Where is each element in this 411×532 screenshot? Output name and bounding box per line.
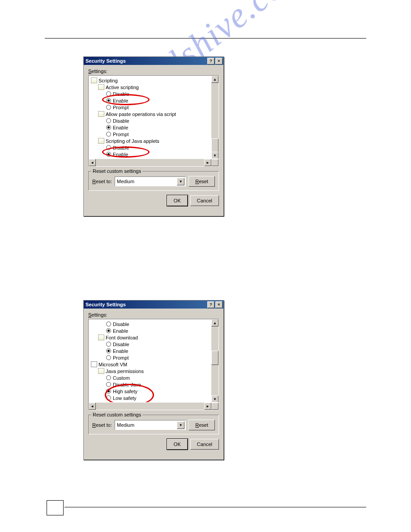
settings-label: Settings: [88, 312, 219, 317]
node-label: Font download [106, 335, 138, 340]
node-label: Active scripting [106, 85, 139, 90]
radio-option[interactable]: Disable [90, 341, 210, 348]
reset-to-select[interactable]: Medium ▼ [115, 420, 186, 430]
tree-category: Font download [90, 334, 210, 341]
radio-option[interactable]: Low safety [90, 395, 210, 401]
node-label: Prompt [113, 132, 128, 137]
reset-button[interactable]: Reset [188, 420, 215, 430]
ok-button[interactable]: OK [167, 439, 188, 450]
node-label: Prompt [113, 355, 128, 360]
radio-option[interactable]: Enable [90, 348, 210, 354]
radio-option[interactable]: Prompt [90, 354, 210, 361]
radio-icon[interactable] [106, 375, 111, 380]
node-label: Enable [113, 328, 128, 334]
radio-option[interactable]: High safety [90, 388, 210, 395]
radio-icon[interactable] [106, 118, 111, 123]
settings-tree[interactable]: DisableEnableFont downloadDisableEnableP… [88, 319, 219, 410]
dialog-title: Security Settings [86, 58, 206, 64]
node-label: Enable [113, 152, 128, 157]
close-button[interactable]: × [215, 58, 223, 64]
radio-option[interactable]: Prompt [90, 131, 210, 137]
tree-category: Java permissions [90, 368, 210, 374]
radio-icon[interactable] [106, 342, 111, 347]
dialog-title: Security Settings [86, 302, 206, 307]
dropdown-icon[interactable]: ▼ [177, 178, 184, 185]
node-label: Disable Java [113, 382, 141, 387]
reset-legend: Reset custom settings [91, 412, 142, 417]
scroll-down-icon[interactable]: ▼ [211, 395, 218, 403]
radio-option[interactable]: Enable [90, 124, 210, 131]
node-label: Enable [113, 125, 128, 130]
reset-to-value: Medium [117, 179, 134, 184]
dropdown-icon[interactable]: ▼ [177, 421, 184, 429]
radio-icon[interactable] [106, 98, 111, 103]
radio-icon[interactable] [106, 348, 111, 353]
vertical-scrollbar[interactable]: ▲ ▼ [211, 76, 218, 159]
reset-to-value: Medium [117, 422, 134, 428]
node-label: Disable [113, 322, 129, 327]
tree-category: Allow paste operations via script [90, 111, 210, 117]
scroll-right-icon[interactable]: ► [204, 159, 211, 166]
footer-page-box [47, 500, 64, 515]
scroll-up-icon[interactable]: ▲ [211, 319, 218, 326]
close-button[interactable]: × [215, 301, 223, 308]
radio-icon[interactable] [106, 322, 111, 326]
node-label: Scripting of Java applets [106, 138, 159, 144]
script-icon [98, 368, 104, 374]
radio-icon[interactable] [106, 355, 111, 360]
help-button[interactable]: ? [207, 58, 214, 64]
node-label: High safety [113, 389, 137, 394]
ok-button[interactable]: OK [167, 195, 188, 206]
node-label: Java permissions [106, 369, 144, 374]
scroll-left-icon[interactable]: ◄ [89, 159, 96, 166]
script-icon [91, 77, 97, 83]
radio-option[interactable]: Enable [90, 151, 210, 158]
help-button[interactable]: ? [207, 301, 214, 308]
scroll-up-icon[interactable]: ▲ [211, 76, 218, 83]
page-icon [91, 361, 97, 367]
radio-option[interactable]: Disable [90, 321, 210, 327]
radio-icon[interactable] [106, 125, 111, 130]
scroll-thumb[interactable] [211, 351, 218, 365]
radio-option[interactable]: Enable [90, 97, 210, 104]
reset-to-select[interactable]: Medium ▼ [115, 176, 186, 186]
radio-icon[interactable] [106, 105, 111, 110]
radio-icon[interactable] [106, 145, 111, 150]
script-icon [98, 111, 104, 117]
scroll-down-icon[interactable]: ▼ [211, 152, 218, 159]
cancel-button[interactable]: Cancel [190, 439, 219, 450]
radio-icon[interactable] [106, 132, 111, 137]
scroll-right-icon[interactable]: ► [204, 403, 211, 410]
reset-legend: Reset custom settings [91, 168, 142, 174]
vertical-scrollbar[interactable]: ▲ ▼ [211, 319, 218, 403]
cancel-button[interactable]: Cancel [190, 195, 219, 206]
horizontal-scrollbar[interactable]: ◄ ► [89, 402, 218, 410]
radio-icon[interactable] [106, 389, 111, 394]
node-label: Disable [113, 342, 129, 347]
radio-icon[interactable] [106, 328, 111, 333]
radio-option[interactable]: Enable [90, 327, 210, 334]
node-label: Prompt [113, 105, 128, 110]
radio-icon[interactable] [106, 152, 111, 157]
radio-option[interactable]: Custom [90, 374, 210, 381]
settings-label: Settings: [88, 69, 219, 74]
radio-option[interactable]: Disable Java [90, 381, 210, 388]
settings-tree[interactable]: ScriptingActive scriptingDisableEnablePr… [88, 75, 219, 167]
radio-option[interactable]: Disable [90, 144, 210, 151]
radio-option[interactable]: Prompt [90, 104, 210, 111]
security-settings-dialog-2: Security Settings ? × Settings: DisableE… [83, 300, 224, 460]
radio-icon[interactable] [106, 91, 111, 96]
scroll-left-icon[interactable]: ◄ [89, 403, 96, 410]
radio-icon[interactable] [106, 382, 111, 387]
reset-button[interactable]: Reset [188, 176, 215, 187]
reset-to-label: Reset to: [92, 179, 112, 184]
scroll-corner [211, 403, 218, 410]
tree-category: Active scripting [90, 84, 210, 90]
scroll-thumb[interactable] [211, 138, 218, 153]
reset-custom-settings-group: Reset custom settings Reset to: Medium ▼… [88, 415, 219, 434]
radio-option[interactable]: Disable [90, 117, 210, 124]
radio-icon[interactable] [106, 395, 111, 400]
radio-option[interactable]: Disable [90, 90, 210, 97]
node-label: Enable [113, 98, 128, 103]
horizontal-scrollbar[interactable]: ◄ ► [89, 159, 218, 166]
